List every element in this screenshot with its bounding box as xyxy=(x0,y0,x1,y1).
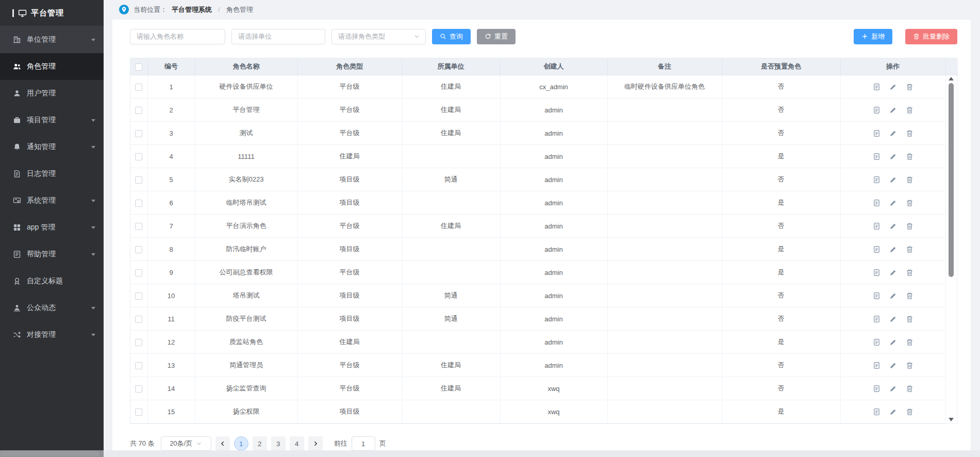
horizontal-scrollbar-thumb[interactable] xyxy=(0,451,99,456)
edit-button[interactable] xyxy=(889,176,897,184)
select-all-checkbox[interactable] xyxy=(135,63,142,71)
delete-button[interactable] xyxy=(906,176,913,184)
view-detail-button[interactable] xyxy=(873,385,881,393)
row-checkbox[interactable] xyxy=(135,292,142,300)
row-checkbox[interactable] xyxy=(135,339,142,346)
delete-button[interactable] xyxy=(906,153,913,160)
sidebar-item[interactable]: 对接管理 xyxy=(0,321,104,348)
scroll-down-arrow-icon[interactable] xyxy=(949,418,954,421)
view-detail-button[interactable] xyxy=(873,315,881,323)
view-detail-button[interactable] xyxy=(873,362,881,369)
batch-delete-button[interactable]: 批量删除 xyxy=(905,29,957,44)
delete-button[interactable] xyxy=(906,292,913,300)
edit-button[interactable] xyxy=(889,408,897,416)
row-checkbox[interactable] xyxy=(135,200,142,207)
next-page-button[interactable] xyxy=(308,436,323,451)
row-checkbox[interactable] xyxy=(135,246,142,253)
sidebar-item[interactable]: 自定义标题 xyxy=(0,268,104,295)
edit-button[interactable] xyxy=(889,129,897,137)
edit-button[interactable] xyxy=(889,292,897,300)
sidebar-item[interactable]: 用户管理 xyxy=(0,80,104,107)
table-row: 1 硬件设备供应单位 平台级 住建局 cx_admin 临时硬件设备供应单位角色… xyxy=(130,75,958,99)
scroll-up-arrow-icon[interactable] xyxy=(949,77,954,80)
cell-unit: 住建局 xyxy=(402,99,500,122)
edit-button[interactable] xyxy=(889,106,897,114)
row-checkbox[interactable] xyxy=(135,316,142,323)
edit-button[interactable] xyxy=(889,315,897,323)
delete-button[interactable] xyxy=(906,106,913,114)
view-detail-button[interactable] xyxy=(873,153,881,160)
delete-button[interactable] xyxy=(906,408,913,416)
edit-button[interactable] xyxy=(889,362,897,369)
edit-button[interactable] xyxy=(889,83,897,91)
row-checkbox[interactable] xyxy=(135,409,142,416)
edit-button[interactable] xyxy=(889,385,897,393)
row-checkbox[interactable] xyxy=(135,385,142,393)
sidebar-item-icon xyxy=(13,36,21,44)
cell-creator: admin xyxy=(500,331,607,354)
sidebar-item[interactable]: 帮助管理 xyxy=(0,241,104,268)
view-detail-button[interactable] xyxy=(873,199,881,207)
page-number-button[interactable]: 4 xyxy=(290,436,304,451)
edit-button[interactable] xyxy=(889,222,897,230)
sidebar-item[interactable]: 项目管理 xyxy=(0,107,104,134)
sidebar-item-icon xyxy=(13,223,21,232)
delete-button[interactable] xyxy=(906,129,913,137)
sidebar-item[interactable]: 角色管理 xyxy=(0,53,104,80)
breadcrumb-root[interactable]: 平台管理系统 xyxy=(172,5,212,14)
pencil-icon xyxy=(889,315,897,323)
delete-button[interactable] xyxy=(906,338,913,346)
delete-button[interactable] xyxy=(906,315,913,323)
delete-button[interactable] xyxy=(906,222,913,230)
delete-button[interactable] xyxy=(906,246,913,253)
delete-button[interactable] xyxy=(906,199,913,207)
delete-button[interactable] xyxy=(906,385,913,393)
page-number-button[interactable]: 1 xyxy=(234,436,248,451)
view-detail-button[interactable] xyxy=(873,129,881,137)
row-checkbox[interactable] xyxy=(135,362,142,369)
cell-remark xyxy=(607,215,722,238)
row-checkbox[interactable] xyxy=(135,223,142,230)
row-checkbox[interactable] xyxy=(135,176,142,184)
sidebar-item[interactable]: 日志管理 xyxy=(0,160,104,187)
sidebar-item[interactable]: 单位管理 xyxy=(0,26,104,53)
view-detail-button[interactable] xyxy=(873,338,881,346)
row-checkbox[interactable] xyxy=(135,130,142,137)
edit-button[interactable] xyxy=(889,269,897,276)
view-detail-button[interactable] xyxy=(873,292,881,300)
sidebar-item[interactable]: 通知管理 xyxy=(0,134,104,160)
role-name-input[interactable] xyxy=(130,29,225,44)
row-checkbox[interactable] xyxy=(135,84,142,91)
search-button[interactable]: 查询 xyxy=(432,29,471,44)
edit-button[interactable] xyxy=(889,246,897,253)
row-checkbox[interactable] xyxy=(135,153,142,160)
delete-button[interactable] xyxy=(906,362,913,369)
goto-page-input[interactable] xyxy=(352,436,375,451)
view-detail-button[interactable] xyxy=(873,222,881,230)
page-size-select[interactable]: 20条/页 xyxy=(161,436,211,451)
unit-select-input[interactable] xyxy=(231,29,325,44)
delete-button[interactable] xyxy=(906,83,913,91)
reset-button[interactable]: 重置 xyxy=(477,29,516,44)
view-detail-button[interactable] xyxy=(873,176,881,184)
view-detail-button[interactable] xyxy=(873,246,881,253)
row-checkbox[interactable] xyxy=(135,107,142,114)
add-button[interactable]: 新增 xyxy=(854,29,892,44)
edit-button[interactable] xyxy=(889,199,897,207)
role-type-select[interactable]: 请选择角色类型 xyxy=(331,29,426,44)
sidebar-item[interactable]: 系统管理 xyxy=(0,187,104,214)
page-number-button[interactable]: 2 xyxy=(253,436,267,451)
sidebar-item[interactable]: app 管理 xyxy=(0,214,104,241)
delete-button[interactable] xyxy=(906,269,913,276)
view-detail-button[interactable] xyxy=(873,83,881,91)
edit-button[interactable] xyxy=(889,338,897,346)
prev-page-button[interactable] xyxy=(215,436,230,451)
edit-button[interactable] xyxy=(889,153,897,160)
page-number-button[interactable]: 3 xyxy=(271,436,286,451)
sidebar-item[interactable]: 公众动态 xyxy=(0,295,104,321)
view-detail-button[interactable] xyxy=(873,269,881,276)
view-detail-button[interactable] xyxy=(873,408,881,416)
vertical-scrollbar-thumb[interactable] xyxy=(949,83,954,277)
view-detail-button[interactable] xyxy=(873,106,881,114)
row-checkbox[interactable] xyxy=(135,269,142,276)
